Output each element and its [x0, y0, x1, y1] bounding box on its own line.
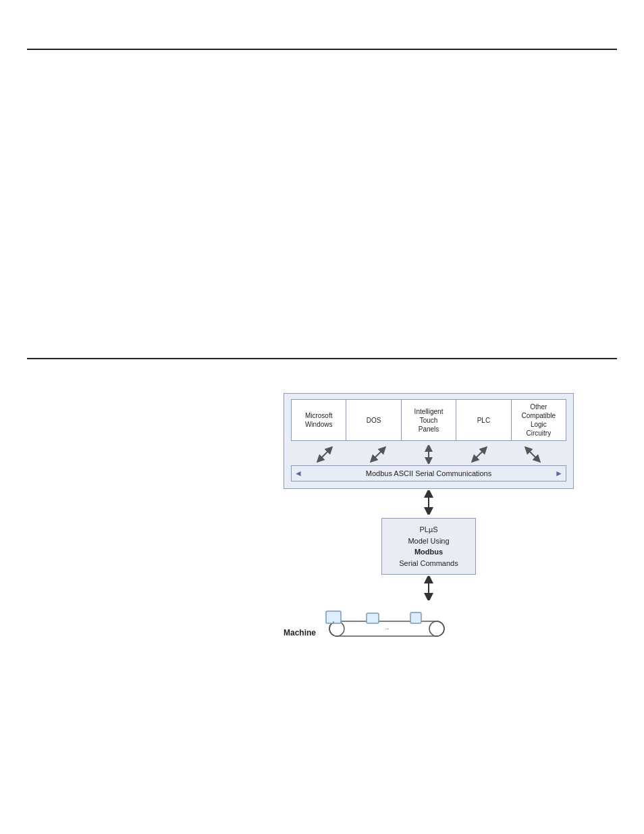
plus-line1: PLµS	[419, 525, 437, 533]
plus-model-box: PLµS Model Using Modbus Serial Commands	[381, 518, 476, 575]
dbl-arrow-svg-1	[422, 490, 435, 515]
svg-line-4	[527, 449, 538, 460]
conveyor-svg-area: →	[323, 608, 574, 657]
device-box-windows: MicrosoftWindows	[291, 399, 346, 441]
device-box-dos: DOS	[346, 399, 401, 441]
plus-line3: Modbus	[414, 548, 443, 556]
arrow-comm-to-plus	[284, 490, 574, 517]
arrow-3	[422, 445, 435, 464]
svg-line-3	[474, 449, 485, 460]
comm-box: MicrosoftWindows DOS IntelligentTouchPan…	[284, 393, 574, 489]
device-boxes-row: MicrosoftWindows DOS IntelligentTouchPan…	[291, 399, 566, 441]
machine-section: Machine	[284, 608, 574, 657]
diagram-container: MicrosoftWindows DOS IntelligentTouchPan…	[284, 393, 574, 657]
modbus-bar: Modbus ASCII Serial Communications	[291, 465, 566, 481]
plus-line2: Model Using	[408, 537, 449, 545]
svg-rect-11	[367, 613, 379, 623]
arrow-1	[315, 445, 334, 464]
arrow-plus-to-machine	[284, 576, 574, 602]
svg-point-9	[429, 621, 444, 636]
arrow-4	[470, 445, 489, 464]
page: MicrosoftWindows DOS IntelligentTouchPan…	[0, 0, 644, 834]
plus-line4: Serial Commands	[399, 559, 458, 567]
svg-line-1	[373, 449, 383, 460]
device-box-touch: IntelligentTouchPanels	[402, 399, 456, 441]
bottom-section: MicrosoftWindows DOS IntelligentTouchPan…	[27, 359, 617, 818]
svg-line-0	[319, 449, 330, 460]
machine-label: Machine	[284, 628, 316, 637]
svg-rect-12	[410, 613, 421, 623]
modbus-label: Modbus ASCII Serial Communications	[366, 469, 491, 477]
dbl-arrow-svg-2	[422, 576, 435, 600]
arrow-5	[523, 445, 542, 464]
top-section	[27, 50, 617, 357]
device-box-other: Other Compatible Logic Circuitry	[512, 399, 566, 441]
device-box-plc: PLC	[456, 399, 511, 441]
arrow-row	[291, 445, 566, 464]
svg-text:→: →	[384, 625, 390, 632]
arrow-2	[369, 445, 387, 464]
conveyor-svg: →	[323, 608, 458, 655]
